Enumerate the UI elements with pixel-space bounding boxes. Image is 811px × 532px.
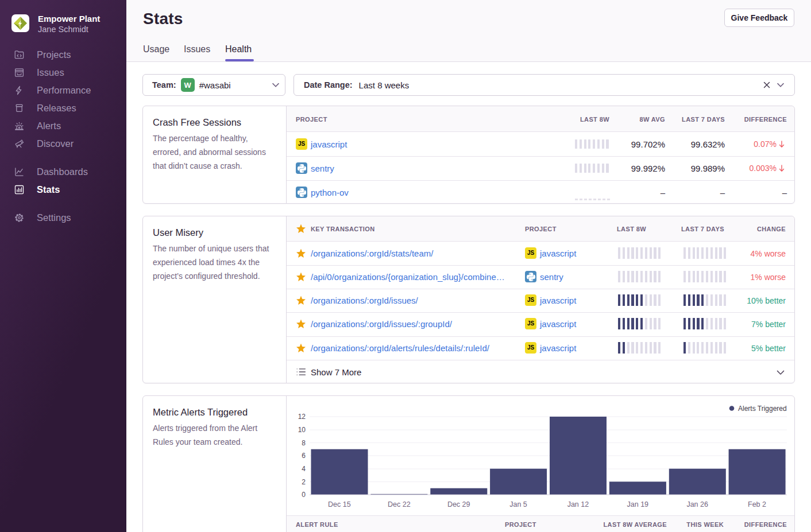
svg-text:4: 4 [302,465,306,473]
svg-text:0: 0 [302,491,306,499]
svg-text:8: 8 [302,439,306,447]
svg-text:Jan 5: Jan 5 [509,500,527,508]
svg-text:Feb 2: Feb 2 [748,500,766,508]
svg-text:12: 12 [298,413,306,421]
svg-text:Dec 15: Dec 15 [328,500,351,508]
svg-text:Jan 19: Jan 19 [627,500,649,508]
svg-text:Jan 26: Jan 26 [686,500,708,508]
svg-text:Dec 22: Dec 22 [388,500,411,508]
svg-text:Alerts Triggered: Alerts Triggered [738,405,787,413]
svg-text:Jan 12: Jan 12 [567,500,589,508]
svg-text:10: 10 [298,426,306,434]
svg-text:2: 2 [302,478,306,486]
svg-text:6: 6 [302,452,306,460]
svg-text:Dec 29: Dec 29 [447,500,470,508]
